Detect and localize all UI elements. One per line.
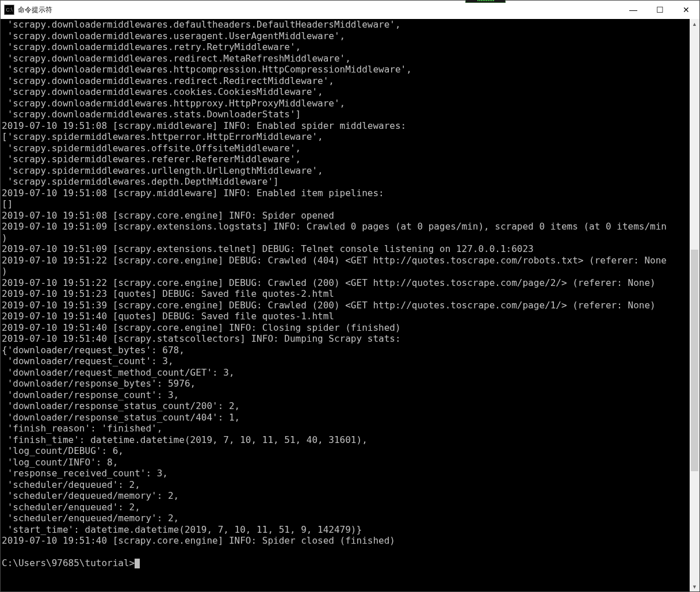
scrollbar-thumb[interactable] — [691, 250, 698, 471]
terminal-output[interactable]: 'scrapy.downloadermiddlewares.defaulthea… — [1, 19, 690, 591]
titlebar[interactable]: C:\ 命令提示符 — ☐ ✕ — [1, 1, 699, 19]
terminal-cursor — [135, 559, 140, 568]
cmd-icon: C:\ — [4, 5, 14, 15]
maximize-button[interactable]: ☐ — [647, 1, 673, 19]
close-button[interactable]: ✕ — [673, 1, 699, 19]
vertical-scrollbar[interactable]: ▲ ▼ — [690, 19, 699, 591]
command-prompt-window: C:\ 命令提示符 — ☐ ✕ 'scrapy.downloadermiddle… — [0, 0, 700, 592]
activity-indicator-icon — [465, 0, 506, 3]
scrollbar-track[interactable] — [690, 29, 699, 582]
scroll-up-arrow-icon[interactable]: ▲ — [690, 19, 699, 29]
scroll-down-arrow-icon[interactable]: ▼ — [690, 582, 699, 591]
minimize-button[interactable]: — — [620, 1, 647, 19]
terminal-area: 'scrapy.downloadermiddlewares.defaulthea… — [1, 19, 699, 591]
window-title: 命令提示符 — [18, 5, 52, 15]
window-controls: — ☐ ✕ — [620, 1, 699, 19]
